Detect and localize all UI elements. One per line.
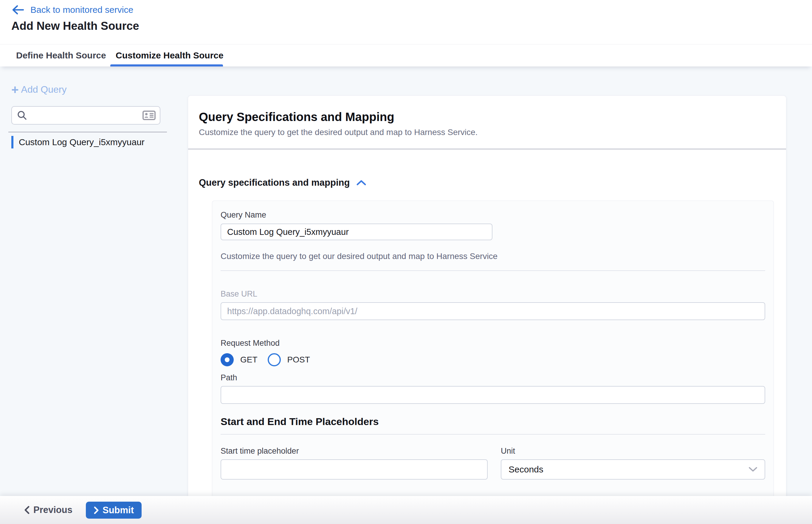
search-input[interactable] (32, 110, 143, 120)
active-item-indicator (11, 136, 13, 148)
radio-option-get[interactable]: GET (221, 353, 258, 366)
request-method-label: Request Method (221, 339, 765, 347)
query-spec-panel: Query Name Customize the query to get ou… (212, 201, 774, 524)
base-url-label: Base URL (221, 290, 765, 298)
panel-divider (221, 271, 765, 271)
start-time-input[interactable] (221, 459, 488, 479)
tab-customize-health-source[interactable]: Customize Health Source (116, 45, 224, 66)
submit-button-label: Submit (102, 505, 134, 515)
unit-field: Unit Seconds (501, 446, 765, 479)
start-time-label: Start time placeholder (221, 446, 488, 456)
radio-post-icon (268, 353, 281, 366)
active-tab-underline (110, 64, 223, 66)
time-placeholders-divider (221, 434, 765, 435)
submit-button[interactable]: Submit (86, 502, 142, 519)
address-card-icon[interactable] (143, 110, 156, 121)
page: Back to monitored service Add New Health… (0, 0, 812, 524)
card-heading: Query Specifications and Mapping (199, 110, 775, 124)
chevron-up-icon (356, 179, 367, 186)
page-title: Add New Health Source (11, 20, 139, 32)
content-area: + Add Query Custom Log Query_i5xmyyuaur … (0, 66, 812, 524)
tab-bar: Define Health Source Customize Health So… (0, 44, 812, 66)
previous-button[interactable]: Previous (24, 496, 72, 524)
unit-select[interactable]: Seconds (501, 459, 765, 479)
tab-define-health-source[interactable]: Define Health Source (16, 45, 106, 66)
radio-option-post[interactable]: POST (268, 353, 310, 366)
unit-label: Unit (501, 446, 765, 456)
chevron-right-icon (94, 506, 99, 514)
section-title: Query specifications and mapping (199, 177, 350, 188)
query-name-input[interactable] (221, 224, 492, 240)
chevron-down-icon (748, 467, 758, 472)
plus-icon: + (11, 84, 19, 95)
query-item-label: Custom Log Query_i5xmyyuaur (19, 137, 145, 147)
request-method-radio-group: GET POST (221, 353, 765, 366)
search-icon (17, 110, 28, 121)
add-query-label: Add Query (21, 84, 67, 95)
time-placeholders-row: Start time placeholder Unit Seconds (221, 446, 765, 479)
query-name-helper-text: Customize the query to get our desired o… (221, 251, 765, 261)
previous-button-label: Previous (33, 505, 72, 515)
query-mapping-card: Query Specifications and Mapping Customi… (188, 95, 786, 524)
section-title-row: Query specifications and mapping (199, 177, 775, 188)
add-query-button[interactable]: + Add Query (11, 84, 67, 95)
start-time-field: Start time placeholder (221, 446, 488, 479)
back-arrow-icon (11, 5, 25, 15)
card-header: Query Specifications and Mapping Customi… (188, 96, 786, 149)
base-url-input[interactable] (221, 302, 765, 320)
query-name-label: Query Name (221, 210, 765, 219)
time-placeholders-heading: Start and End Time Placeholders (221, 415, 765, 427)
query-search-box (11, 106, 160, 125)
unit-select-value: Seconds (508, 464, 543, 475)
query-list-item[interactable]: Custom Log Query_i5xmyyuaur (11, 136, 145, 148)
back-link[interactable]: Back to monitored service (11, 5, 133, 15)
back-link-label: Back to monitored service (30, 5, 133, 15)
radio-get-label: GET (240, 355, 258, 364)
footer-bar: Previous Submit (0, 496, 812, 524)
page-header: Back to monitored service Add New Health… (0, 0, 812, 44)
card-subheading: Customize the query to get the desired o… (199, 127, 775, 137)
radio-get-icon (221, 353, 234, 366)
path-label: Path (221, 373, 765, 382)
collapse-section-button[interactable] (356, 179, 367, 186)
path-input[interactable] (221, 386, 765, 404)
sidebar-divider (9, 132, 167, 132)
chevron-left-icon (24, 506, 30, 514)
radio-post-label: POST (287, 355, 310, 364)
